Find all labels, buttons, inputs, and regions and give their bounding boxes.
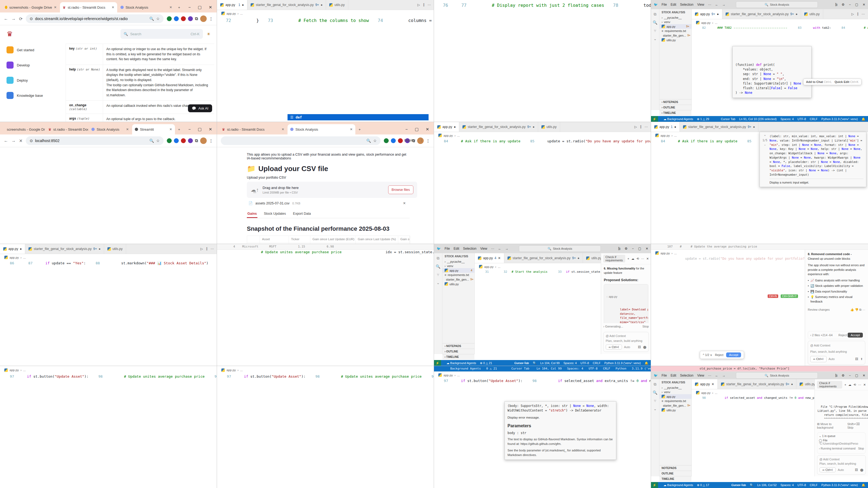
- file-starter[interactable]: starter_file_gen...9+: [442, 277, 474, 282]
- site-info-icon[interactable]: ⊙: [30, 17, 33, 21]
- nav-forward-icon[interactable]: →: [722, 3, 725, 6]
- tab-stock-analysis[interactable]: Stock Analysis✕: [287, 124, 355, 134]
- search-icon[interactable]: 🔍: [653, 20, 657, 25]
- code-area[interactable]: 82 ### TAB2 ----------------------------…: [692, 26, 868, 30]
- close-tab-icon[interactable]: ✕: [112, 5, 115, 9]
- background-agents[interactable]: ☁ Background Agents: [663, 483, 693, 487]
- thumbs-down-icon[interactable]: 👎: [855, 308, 859, 311]
- cursor-tab-toggle[interactable]: Cursor Tab: [721, 118, 735, 121]
- breadcrumb[interactable]: app.py: [484, 265, 494, 268]
- mode-kbd[interactable]: ∞ Ctrl+I: [819, 467, 836, 472]
- bell-icon[interactable]: 🔔: [862, 483, 865, 487]
- scm-icon[interactable]: ⑂: [437, 272, 439, 277]
- ext-icon[interactable]: [167, 16, 172, 21]
- tab-stock-updates[interactable]: Stock Updates: [264, 210, 286, 218]
- tab-utils-py[interactable]: utils.py: [538, 122, 560, 132]
- remote-icon[interactable]: ⚡: [434, 360, 441, 366]
- image-icon[interactable]: 🖼: [855, 357, 858, 361]
- ext-icon[interactable]: [181, 138, 186, 143]
- sidebar-item-get-started[interactable]: Get started: [6, 46, 63, 54]
- maximize-icon[interactable]: ▢: [198, 5, 202, 10]
- chat-tab[interactable]: Check if requirements: [817, 381, 842, 389]
- ext-icon[interactable]: [181, 16, 186, 21]
- extensions-icon[interactable]: ⧉: [195, 138, 198, 143]
- folder-venv[interactable]: › venv: [659, 20, 691, 24]
- tab-utils-py[interactable]: utils.py: [796, 379, 814, 389]
- close-icon[interactable]: ✕: [863, 373, 865, 378]
- copy-icon[interactable]: ⧉: [859, 308, 862, 311]
- tab-stock-analysis[interactable]: Stock Analysis✕: [89, 124, 131, 134]
- close-tab-icon[interactable]: ✕: [712, 382, 714, 386]
- nav-back-icon[interactable]: ←: [715, 373, 718, 378]
- minimize-icon[interactable]: −: [188, 5, 191, 10]
- ext-icon[interactable]: [174, 16, 179, 21]
- tab-google-drive[interactable]: screenshots - Google Drive✕: [2, 124, 45, 134]
- image-icon[interactable]: 🖼: [638, 346, 641, 349]
- sidebar-item-knowledge-base[interactable]: Knowledge base: [6, 92, 63, 99]
- section-timeline[interactable]: › TIMELINE: [659, 110, 691, 116]
- more-actions-icon[interactable]: ⋯: [862, 12, 865, 16]
- layout-icons[interactable]: ⫿⫾: [835, 3, 837, 6]
- files-changed[interactable]: › 2 files +214 -64: [810, 333, 833, 337]
- menu-more[interactable]: ···: [708, 373, 711, 378]
- problems-counter[interactable]: ⊗ 0 △ 21: [480, 361, 492, 365]
- diff-accept-chip[interactable]: Ctrl+Shift+Y: [781, 294, 798, 298]
- file-starter[interactable]: starter_file_gen...9+: [659, 403, 691, 408]
- new-tab-button[interactable]: +: [175, 2, 188, 12]
- send-button[interactable]: ⬤: [860, 468, 863, 472]
- split-editor-icon[interactable]: ⫿: [857, 12, 858, 16]
- zoom-icon[interactable]: 🔍: [150, 138, 154, 143]
- menu-kebab-icon[interactable]: ⋮: [426, 138, 430, 143]
- command-search[interactable]: 🔍Stock Analysis: [736, 1, 818, 8]
- explorer-header[interactable]: STOCK ANALYSIS: [659, 379, 691, 386]
- tab-utils-py[interactable]: utils.py: [326, 0, 348, 10]
- maximize-icon[interactable]: ▢: [855, 3, 858, 6]
- breadcrumb[interactable]: app.py: [443, 134, 453, 137]
- settings-gear-icon[interactable]: ⚙: [842, 373, 845, 378]
- url-bar[interactable]: ⊙docs.streamlit.io/develop/api-reference…: [26, 14, 163, 23]
- ext-icon[interactable]: [188, 16, 193, 21]
- forward-icon[interactable]: →: [11, 16, 16, 21]
- tab-google-drive[interactable]: screenshots - Google Drive✕: [2, 2, 59, 12]
- code-area[interactable]: 97 if st.button("Update Asset"):98 if se…: [434, 379, 651, 384]
- code-area[interactable]: 97 if st.button("Update Asset"):98 # Upd…: [217, 374, 434, 379]
- run-icon[interactable]: ▷: [634, 125, 637, 129]
- breadcrumb[interactable]: app.py: [443, 373, 453, 377]
- menu-selection[interactable]: Selection: [680, 3, 693, 6]
- tab-app-py[interactable]: app.py✕: [692, 379, 718, 389]
- menu-kebab-icon[interactable]: ⋮: [209, 138, 213, 143]
- section-outline[interactable]: › OUTLINE: [442, 349, 474, 354]
- tab-gains[interactable]: Gains: [247, 210, 257, 218]
- file-requirements[interactable]: ≡ requirements.txt: [442, 273, 474, 277]
- chevron-down-icon[interactable]: ⌄: [436, 281, 440, 285]
- remote-icon[interactable]: ⚡: [651, 482, 658, 488]
- folder-pycache[interactable]: › __pycache__: [442, 259, 474, 264]
- diff-reject-chip[interactable]: Ctrl+N: [768, 294, 778, 298]
- code-area[interactable]: 84 # Ask if there is any update85 update…: [434, 139, 651, 144]
- minimize-icon[interactable]: −: [632, 247, 634, 251]
- split-editor-icon[interactable]: ⫿: [206, 247, 207, 251]
- extensions-icon[interactable]: ⧉: [195, 16, 198, 21]
- zoom-icon[interactable]: 🔍: [150, 17, 154, 21]
- accept-button[interactable]: Accept: [726, 352, 741, 357]
- tab-starter-file[interactable]: starter_file_genai_for_stock_analysis.py…: [247, 0, 326, 10]
- tab-starter-file[interactable]: starter_file_genai_for_stock_analysis.py…: [459, 122, 538, 132]
- close-icon[interactable]: ✕: [646, 247, 648, 251]
- cloud-icon[interactable]: ☁: [848, 383, 851, 387]
- reject-button[interactable]: Reject: [715, 353, 723, 357]
- menu-file[interactable]: File: [661, 373, 667, 378]
- explorer-header[interactable]: STOCK ANALYSIS: [659, 9, 691, 15]
- more-actions-icon[interactable]: ⋯: [645, 125, 648, 129]
- new-chat-icon[interactable]: +: [844, 383, 846, 386]
- code-area[interactable]: 8687 if update == "Yes":88 st.markdown("…: [0, 261, 217, 286]
- deploy-button[interactable]: Deploy: [404, 138, 415, 142]
- file-utils[interactable]: utils.py: [442, 282, 474, 286]
- more-actions-icon[interactable]: ⋯: [428, 3, 431, 7]
- new-chat-icon[interactable]: +: [627, 257, 629, 260]
- bookmark-icon[interactable]: ☆: [373, 138, 377, 143]
- maximize-icon[interactable]: ▢: [855, 373, 858, 378]
- site-info-icon[interactable]: ⊙: [30, 138, 33, 143]
- url-bar[interactable]: 🔍☆: [221, 136, 380, 145]
- tab-streamlit-docs[interactable]: ♛st.radio - Streamlit Docs✕: [219, 124, 287, 134]
- menu-file[interactable]: File: [444, 247, 450, 251]
